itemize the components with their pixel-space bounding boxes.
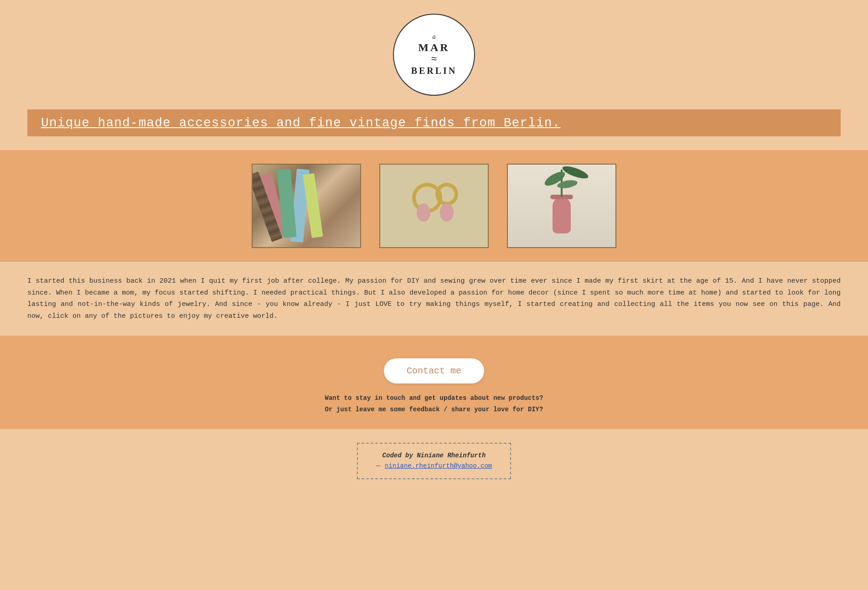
header-section: a MAR ≈ BERLIN bbox=[0, 0, 868, 105]
logo-a-text: a bbox=[433, 33, 436, 41]
footer-section: Coded by Niniane Rheinfurth — niniane.rh… bbox=[0, 429, 868, 497]
gallery-image-3[interactable] bbox=[507, 164, 616, 248]
about-text: I started this business back in 2021 whe… bbox=[27, 275, 841, 322]
cta-section: Contact me Want to stay in touch and get… bbox=[0, 336, 868, 429]
earring-pearl-right bbox=[440, 203, 454, 222]
logo-berlin-text: BERLIN bbox=[411, 66, 457, 76]
footer-coded-by: Coded by Niniane Rheinfurth bbox=[376, 452, 492, 459]
tagline-section: Unique hand-made accessories and fine vi… bbox=[0, 109, 868, 136]
footer-email[interactable]: niniane.rheinfurth@yahoo.com bbox=[385, 462, 492, 470]
footer-dash: — bbox=[376, 462, 381, 470]
logo-waves-icon: ≈ bbox=[431, 55, 437, 65]
gallery-image-2[interactable] bbox=[379, 164, 489, 248]
cta-line-1: Want to stay in touch and get updates ab… bbox=[325, 393, 543, 404]
logo-mar-text: MAR bbox=[418, 41, 450, 54]
earrings-image[interactable] bbox=[380, 165, 488, 247]
logo-circle: a MAR ≈ BERLIN bbox=[393, 14, 475, 96]
gallery-section bbox=[0, 150, 868, 262]
belts-image[interactable] bbox=[253, 165, 360, 247]
footer-email-line: — niniane.rheinfurth@yahoo.com bbox=[376, 462, 492, 470]
footer-box: Coded by Niniane Rheinfurth — niniane.rh… bbox=[357, 443, 511, 479]
plant-leaf-2 bbox=[561, 165, 590, 181]
tagline-text: Unique hand-made accessories and fine vi… bbox=[41, 116, 560, 130]
earring-ring-right bbox=[435, 183, 458, 206]
cta-line-2: Or just leave me some feedback / share y… bbox=[325, 404, 543, 415]
belt-strip-1 bbox=[253, 171, 283, 242]
about-section: I started this business back in 2021 whe… bbox=[0, 262, 868, 336]
vase-image[interactable] bbox=[508, 165, 615, 247]
gallery-image-1[interactable] bbox=[252, 164, 361, 248]
contact-me-button[interactable]: Contact me bbox=[384, 358, 484, 383]
cta-description: Want to stay in touch and get updates ab… bbox=[325, 393, 543, 415]
tagline-bar: Unique hand-made accessories and fine vi… bbox=[27, 109, 841, 136]
